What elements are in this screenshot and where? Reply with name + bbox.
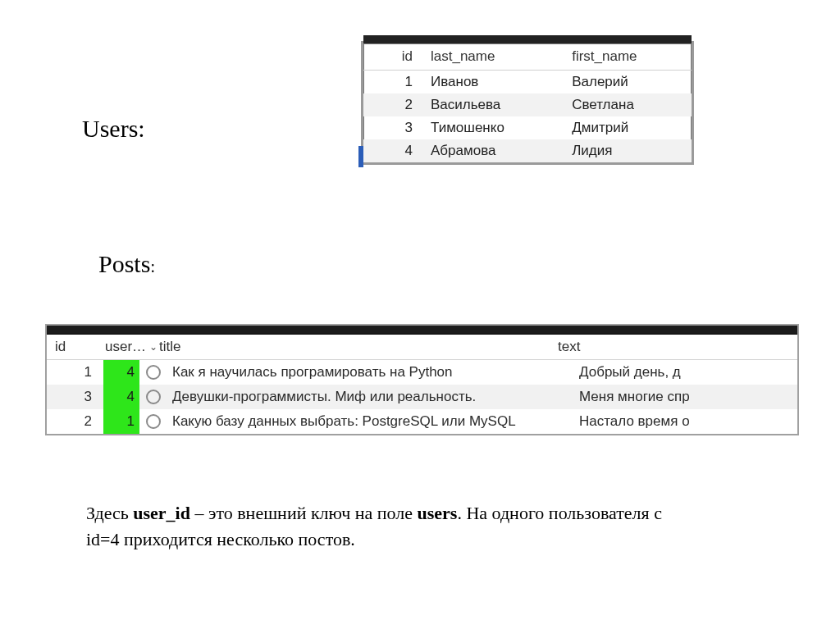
table-row[interactable]: 3 Тимошенко Дмитрий xyxy=(363,116,692,139)
foreign-key-icon xyxy=(139,390,167,404)
caption-text: id=4 приходится несколько постов. xyxy=(86,529,355,549)
posts-table-header-row: id user… ⌄ title text xyxy=(47,335,797,360)
cell-id: 1 xyxy=(363,71,422,94)
caption-paragraph: Здесь user_id – это внешний ключ на поле… xyxy=(86,500,742,553)
table-row[interactable]: 3 4 Девушки-программисты. Миф или реальн… xyxy=(47,385,797,409)
cell-user-id: 4 xyxy=(103,385,139,409)
cell-last-name: Тимошенко xyxy=(422,116,564,139)
table-row[interactable]: 4 Абрамова Лидия xyxy=(363,139,692,162)
cell-last-name: Абрамова xyxy=(422,139,564,162)
posts-label: Posts: xyxy=(98,250,155,278)
cell-last-name: Иванов xyxy=(422,71,564,94)
cell-title: Девушки-программисты. Миф или реальность… xyxy=(167,389,574,405)
posts-header-id[interactable]: id xyxy=(47,339,100,355)
caption-text: – это внешний ключ на поле xyxy=(190,503,418,523)
cell-id: 3 xyxy=(47,389,103,405)
caption-bold-userid: user_id xyxy=(133,503,190,523)
table-row[interactable]: 2 1 Какую базу данных выбрать: PostgreSQ… xyxy=(47,409,797,434)
posts-table-top-border xyxy=(47,326,797,335)
users-header-last-name[interactable]: last_name xyxy=(422,43,564,71)
foreign-key-icon xyxy=(139,414,167,429)
posts-header-user[interactable]: user… ⌄ xyxy=(100,339,154,355)
cell-id: 4 xyxy=(363,139,422,162)
cell-first-name: Лидия xyxy=(564,139,692,162)
caption-bold-users: users xyxy=(418,503,458,523)
row-selection-marker xyxy=(358,146,363,167)
posts-label-text: Posts xyxy=(98,250,150,277)
cell-user-id: 4 xyxy=(103,360,139,385)
cell-title: Какую базу данных выбрать: PostgreSQL ил… xyxy=(167,413,574,430)
users-header-id[interactable]: id xyxy=(363,43,422,71)
posts-header-user-label: user… xyxy=(105,339,146,355)
cell-text: Добрый день, д xyxy=(574,364,797,381)
cell-id: 3 xyxy=(363,116,422,139)
cell-text: Меня многие спр xyxy=(574,389,797,405)
cell-id: 1 xyxy=(47,364,103,381)
cell-user-id: 1 xyxy=(103,409,139,434)
cell-id: 2 xyxy=(363,93,422,116)
table-row[interactable]: 1 Иванов Валерий xyxy=(363,71,692,94)
cell-first-name: Светлана xyxy=(564,93,692,116)
posts-header-title[interactable]: title xyxy=(154,339,553,355)
users-table-container: id last_name first_name 1 Иванов Валерий… xyxy=(361,41,694,165)
cell-id: 2 xyxy=(47,413,103,430)
posts-table-container: id user… ⌄ title text 1 4 Как я научилас… xyxy=(45,324,799,435)
cell-text: Настало время о xyxy=(574,413,797,430)
users-table-top-border xyxy=(363,35,692,43)
posts-header-text[interactable]: text xyxy=(553,339,797,355)
users-table-header-row: id last_name first_name xyxy=(363,43,692,71)
table-row[interactable]: 1 4 Как я научилась програмировать на Py… xyxy=(47,360,797,385)
cell-first-name: Дмитрий xyxy=(564,116,692,139)
caption-text: . На одного пользователя с xyxy=(457,503,662,523)
cell-last-name: Васильева xyxy=(422,93,564,116)
table-row[interactable]: 2 Васильева Светлана xyxy=(363,93,692,116)
users-table: id last_name first_name 1 Иванов Валерий… xyxy=(363,43,692,162)
users-label: Users: xyxy=(82,115,145,143)
cell-title: Как я научилась програмировать на Python xyxy=(167,364,574,381)
posts-label-colon: : xyxy=(150,258,155,276)
cell-first-name: Валерий xyxy=(564,71,692,94)
users-header-first-name[interactable]: first_name xyxy=(564,43,692,71)
foreign-key-icon xyxy=(139,365,167,380)
caption-text: Здесь xyxy=(86,503,133,523)
